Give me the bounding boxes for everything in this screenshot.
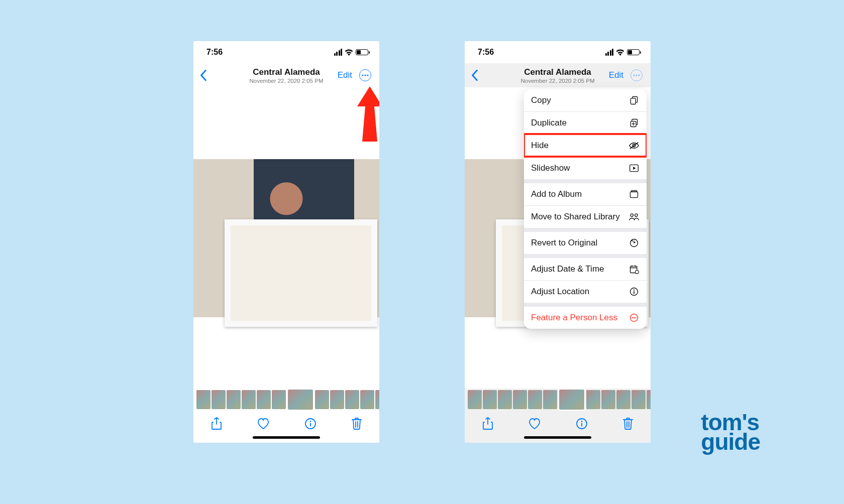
bottom-toolbar bbox=[465, 411, 651, 437]
status-time: 7:56 bbox=[206, 48, 223, 57]
menu-item-label: Revert to Original bbox=[531, 238, 597, 248]
menu-item-feature-less[interactable]: Feature a Person Less bbox=[524, 307, 647, 329]
info-button[interactable] bbox=[304, 418, 316, 430]
people-icon bbox=[628, 211, 640, 222]
menu-item-label: Feature a Person Less bbox=[531, 313, 617, 323]
favorite-button[interactable] bbox=[528, 418, 541, 430]
back-button[interactable] bbox=[465, 70, 485, 81]
svg-rect-27 bbox=[634, 291, 635, 294]
thumbnail-strip[interactable] bbox=[465, 389, 651, 411]
cellular-icon bbox=[334, 49, 343, 56]
svg-point-24 bbox=[636, 271, 639, 274]
menu-item-label: Slideshow bbox=[531, 163, 570, 173]
album-icon bbox=[628, 189, 640, 200]
trash-button[interactable] bbox=[351, 417, 362, 430]
phone-screenshot-right: 7:56 Central Alameda November 22, 2020 2… bbox=[465, 41, 651, 443]
svg-point-31 bbox=[581, 421, 582, 422]
bottom-toolbar bbox=[193, 411, 379, 437]
menu-item-move-shared[interactable]: Move to Shared Library bbox=[524, 205, 647, 228]
location-icon bbox=[628, 286, 640, 297]
menu-item-label: Adjust Date & Time bbox=[531, 264, 604, 274]
status-time: 7:56 bbox=[478, 48, 494, 57]
edit-button[interactable]: Edit bbox=[609, 70, 623, 80]
svg-point-7 bbox=[633, 74, 635, 76]
svg-point-5 bbox=[309, 421, 311, 422]
calendar-icon bbox=[628, 264, 640, 275]
menu-item-add-to-album[interactable]: Add to Album bbox=[524, 183, 647, 205]
svg-marker-17 bbox=[633, 167, 636, 170]
svg-point-21 bbox=[635, 214, 638, 216]
nav-bar: Central Alameda November 22, 2020 2:05 P… bbox=[465, 63, 651, 87]
svg-rect-18 bbox=[630, 192, 638, 198]
svg-rect-32 bbox=[581, 423, 582, 427]
share-button[interactable] bbox=[482, 417, 493, 430]
context-menu: Copy Duplicate Hide Slideshow Add to Alb… bbox=[524, 89, 647, 329]
menu-item-hide[interactable]: Hide bbox=[524, 134, 647, 157]
menu-item-adjust-date[interactable]: Adjust Date & Time bbox=[524, 258, 647, 280]
revert-icon bbox=[628, 237, 640, 248]
home-indicator bbox=[253, 436, 320, 439]
minus-circle-icon bbox=[628, 312, 640, 323]
duplicate-icon bbox=[628, 117, 640, 129]
svg-point-20 bbox=[630, 214, 633, 216]
menu-item-label: Hide bbox=[531, 141, 549, 151]
menu-item-label: Adjust Location bbox=[531, 287, 589, 297]
toms-guide-logo: tom's guide bbox=[701, 413, 760, 452]
more-button[interactable] bbox=[630, 69, 643, 81]
photo-content bbox=[193, 159, 379, 317]
info-button[interactable] bbox=[576, 418, 588, 430]
svg-point-8 bbox=[636, 74, 637, 76]
svg-point-1 bbox=[364, 74, 366, 76]
svg-line-15 bbox=[630, 143, 639, 149]
more-button[interactable] bbox=[359, 69, 371, 81]
menu-item-copy[interactable]: Copy bbox=[524, 89, 647, 111]
menu-item-revert[interactable]: Revert to Original bbox=[524, 232, 647, 254]
svg-rect-11 bbox=[630, 98, 636, 104]
menu-item-label: Add to Album bbox=[531, 189, 582, 199]
photo-viewport[interactable] bbox=[193, 87, 379, 389]
status-bar: 7:56 bbox=[465, 41, 651, 63]
wifi-icon bbox=[616, 49, 624, 56]
menu-item-label: Duplicate bbox=[531, 118, 567, 128]
battery-icon bbox=[356, 49, 368, 55]
share-button[interactable] bbox=[211, 417, 222, 430]
cellular-icon bbox=[605, 49, 614, 56]
logo-line2: guide bbox=[701, 432, 760, 452]
phone-screenshot-left: 7:56 Central Alameda November 22, 2020 2… bbox=[193, 41, 379, 443]
menu-item-slideshow[interactable]: Slideshow bbox=[524, 157, 647, 179]
trash-button[interactable] bbox=[622, 417, 634, 430]
svg-point-9 bbox=[638, 74, 640, 76]
svg-rect-6 bbox=[310, 423, 311, 427]
svg-rect-19 bbox=[631, 191, 637, 192]
slideshow-icon bbox=[628, 163, 640, 174]
svg-point-26 bbox=[634, 290, 635, 291]
favorite-button[interactable] bbox=[257, 418, 270, 430]
svg-point-2 bbox=[367, 74, 368, 76]
menu-item-duplicate[interactable]: Duplicate bbox=[524, 111, 647, 134]
copy-icon bbox=[628, 95, 640, 106]
hide-icon bbox=[628, 140, 640, 151]
nav-bar: Central Alameda November 22, 2020 2:05 P… bbox=[193, 63, 379, 87]
wifi-icon bbox=[345, 49, 353, 56]
back-button[interactable] bbox=[193, 70, 214, 81]
svg-point-0 bbox=[362, 74, 363, 76]
thumbnail-strip[interactable] bbox=[193, 389, 379, 411]
status-bar: 7:56 bbox=[193, 41, 379, 63]
menu-item-label: Copy bbox=[531, 95, 551, 105]
menu-item-adjust-location[interactable]: Adjust Location bbox=[524, 280, 647, 303]
edit-button[interactable]: Edit bbox=[338, 70, 352, 80]
battery-icon bbox=[627, 49, 640, 55]
menu-item-label: Move to Shared Library bbox=[531, 212, 620, 222]
